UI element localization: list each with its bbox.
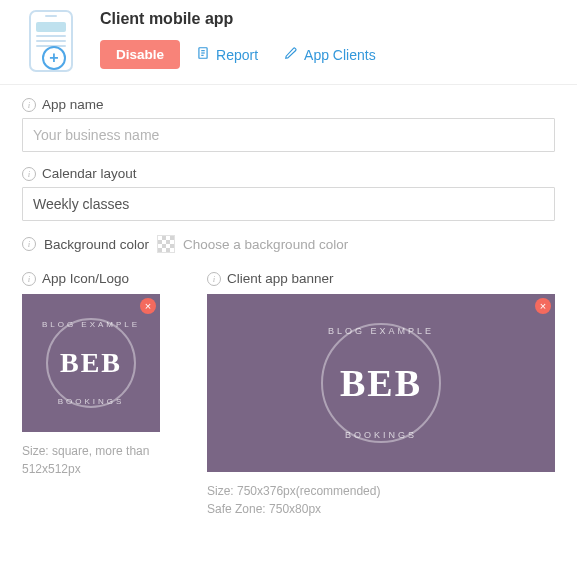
app-clients-button[interactable]: App Clients (274, 40, 386, 69)
disable-button[interactable]: Disable (100, 40, 180, 69)
page-header: + Client mobile app Disable Report App C… (0, 0, 577, 85)
logo-brand-bottom: BOOKINGS (58, 397, 125, 406)
logo-brand-top: BLOG EXAMPLE (42, 320, 140, 329)
pencil-icon (284, 46, 298, 63)
banner-size-hint: Size: 750x376px(recommended) Safe Zone: … (207, 482, 555, 518)
app-clients-label: App Clients (304, 47, 376, 63)
content: i App name i Calendar layout i Backgroun… (0, 85, 577, 518)
background-color-label: Background color (44, 237, 149, 252)
page-title: Client mobile app (100, 10, 386, 28)
app-banner-section: i Client app banner × BLOG EXAMPLE BEB B… (207, 271, 555, 518)
background-color-hint[interactable]: Choose a background color (183, 237, 348, 252)
delete-banner-button[interactable]: × (535, 298, 551, 314)
info-icon[interactable]: i (22, 237, 36, 251)
info-icon[interactable]: i (22, 167, 36, 181)
info-icon[interactable]: i (22, 98, 36, 112)
background-color-row: i Background color Choose a background c… (22, 235, 555, 253)
app-logo-label: i App Icon/Logo (22, 271, 177, 286)
calendar-layout-label: i Calendar layout (22, 166, 555, 181)
report-label: Report (216, 47, 258, 63)
app-name-input[interactable] (22, 118, 555, 152)
banner-brand-top: BLOG EXAMPLE (328, 326, 434, 336)
info-icon[interactable]: i (207, 272, 221, 286)
plus-icon: + (42, 46, 66, 70)
banner-brand-bottom: BOOKINGS (345, 430, 417, 440)
calendar-layout-select[interactable] (22, 187, 555, 221)
toolbar: Disable Report App Clients (100, 40, 386, 69)
app-name-label: i App name (22, 97, 555, 112)
app-logo-section: i App Icon/Logo × BLOG EXAMPLE BEB BOOKI… (22, 271, 177, 518)
app-logo-image[interactable]: × BLOG EXAMPLE BEB BOOKINGS (22, 294, 160, 432)
app-banner-image[interactable]: × BLOG EXAMPLE BEB BOOKINGS (207, 294, 555, 472)
color-swatch[interactable] (157, 235, 175, 253)
logo-size-hint: Size: square, more than 512x512px (22, 442, 177, 478)
info-icon[interactable]: i (22, 272, 36, 286)
app-banner-label: i Client app banner (207, 271, 555, 286)
document-icon (196, 46, 210, 63)
report-button[interactable]: Report (186, 40, 268, 69)
app-preview-icon: + (22, 10, 80, 72)
